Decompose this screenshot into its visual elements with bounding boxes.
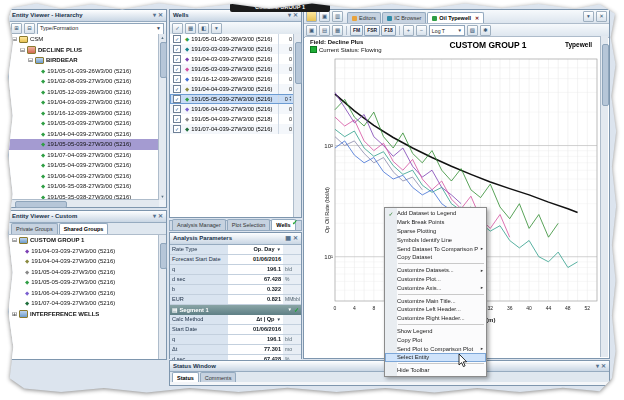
toolbar-button-fm[interactable]: FM bbox=[350, 25, 363, 36]
tree-group-birdbear[interactable]: ⊟BIRDBEAR bbox=[9, 55, 159, 66]
close-icon[interactable]: ✕ bbox=[158, 211, 163, 222]
well-value[interactable]: 0 bbox=[278, 124, 294, 134]
tree-well-item[interactable]: ◆191/06-35-038-27W3/00 (5216) bbox=[9, 181, 159, 192]
menu-item-mark-break-points[interactable]: Mark Break Points bbox=[385, 218, 486, 227]
expander-icon[interactable]: ⊟ bbox=[27, 55, 34, 66]
scrollbar-thumb[interactable] bbox=[160, 243, 167, 269]
parameter-value[interactable]: Op. Day▼ bbox=[228, 245, 283, 254]
well-value[interactable]: 0 bbox=[278, 54, 294, 64]
parameter-value[interactable]: 0.821 bbox=[228, 295, 283, 304]
menu-item-customize-plot[interactable]: Customize Plot... bbox=[385, 275, 486, 284]
spinner-icon[interactable]: ▲▼ bbox=[289, 96, 292, 102]
parameter-value[interactable]: 0.322 bbox=[228, 285, 283, 294]
close-icon[interactable]: ✕ bbox=[601, 361, 606, 371]
parameter-value[interactable]: 196.1 bbox=[228, 265, 283, 274]
close-icon[interactable]: ✕ bbox=[475, 13, 479, 23]
tree-well-item[interactable]: ◆191/04-04-039-27W3/00 (5216) bbox=[9, 256, 159, 267]
tree-well-item[interactable]: ◆191/05-12-039-26W3/00 (5216) bbox=[9, 87, 159, 98]
wells-row[interactable]: ✓◆191/05-03-039-27W3/00 (5216)0 bbox=[170, 64, 294, 74]
scrollbar-thumb[interactable] bbox=[295, 42, 302, 84]
scrollbar-thumb[interactable] bbox=[15, 201, 67, 208]
axis-scale-select[interactable]: Log T ▼ bbox=[429, 25, 465, 36]
tree-well-item[interactable]: ◆191/04-03-039-27W3/00 (5216) bbox=[9, 246, 159, 257]
filter-icon[interactable]: ◧ bbox=[198, 23, 209, 34]
close-icon[interactable]: ✕ bbox=[596, 11, 607, 22]
tree-well-item[interactable]: ◆191/02-08-039-27W3/00 (5216) bbox=[9, 76, 159, 87]
parameter-value[interactable]: 01/06/2016 bbox=[228, 325, 283, 334]
wells-row[interactable]: ✓◆191/05-04-039-27W3/00 (5218)0 bbox=[170, 114, 294, 124]
checkbox-icon[interactable]: ✓ bbox=[173, 95, 181, 103]
menu-item-send-plot-to-comparison-plot[interactable]: Send Plot to Comparison Plot► bbox=[385, 344, 486, 353]
close-icon[interactable]: ✕ bbox=[293, 233, 298, 244]
close-icon[interactable]: ✕ bbox=[158, 10, 163, 21]
expander-icon[interactable]: ⊟ bbox=[19, 45, 26, 56]
print-icon[interactable]: ▦ bbox=[332, 25, 343, 36]
well-value[interactable]: 0 bbox=[278, 84, 294, 94]
hierarchy-horizontal-scrollbar[interactable] bbox=[9, 199, 159, 207]
menu-item-copy-dataset[interactable]: Copy Dataset bbox=[385, 253, 486, 262]
grid-view-icon[interactable]: ▦ bbox=[185, 23, 196, 34]
menu-item-copy-plot[interactable]: Copy Plot bbox=[385, 335, 486, 344]
expander-icon[interactable]: ⊞ bbox=[11, 309, 18, 320]
wells-vertical-scrollbar[interactable] bbox=[293, 34, 301, 217]
expander-icon[interactable]: ⊟ bbox=[11, 235, 18, 246]
menu-item-customize-right-header[interactable]: Customize Right Header... bbox=[385, 314, 486, 323]
tree-well-item[interactable]: ◆191/07-04-039-27W3/00 (5216) bbox=[9, 298, 159, 309]
plot-tab-editors[interactable]: Editors bbox=[347, 12, 381, 23]
tree-well-item[interactable]: ◆191/05-05-039-27W3/00 (5216) bbox=[9, 277, 159, 288]
well-value[interactable]: 0 bbox=[278, 64, 294, 74]
wells-row[interactable]: ✓◆191/04-03-039-27W3/00 (5216)0 bbox=[170, 54, 294, 64]
dock-tab-analysis-manager[interactable]: Analysis Manager bbox=[172, 219, 226, 230]
tree-well-item[interactable]: ◆191/04-03-039-27W3/00 (5216) bbox=[9, 97, 159, 108]
pin-icon[interactable]: ▾ bbox=[153, 10, 156, 21]
wells-row[interactable]: ✓◆191/07-04-039-27W3/00 (5216)0 bbox=[170, 124, 294, 134]
scroll-down-icon[interactable]: ▼ bbox=[159, 193, 166, 200]
well-value[interactable]: 0 bbox=[278, 34, 294, 44]
checkbox-icon[interactable]: ✓ bbox=[173, 105, 181, 113]
dock-tab-plot-selection[interactable]: Plot Selection bbox=[227, 219, 271, 230]
tree-well-item[interactable]: ◆191/07-04-039-27W3/00 (5216) bbox=[9, 150, 159, 161]
tree-well-item[interactable]: ◆191/05-04-039-27W3/00 (5216) bbox=[9, 267, 159, 278]
tree-well-item[interactable]: ◆191/16-12-039-26W3/00 (5216) bbox=[9, 108, 159, 119]
parameter-value[interactable]: Δt | Qp▼ bbox=[228, 315, 283, 324]
pin-icon[interactable]: ▾ bbox=[583, 11, 594, 22]
well-value[interactable]: 0 bbox=[278, 74, 294, 84]
well-value[interactable]: 0 bbox=[278, 44, 294, 54]
tree-well-item[interactable]: ◆191/06-04-039-27W3/00 (5216) bbox=[9, 288, 159, 299]
checkbox-icon[interactable]: ✓ bbox=[173, 55, 181, 63]
expand-all-icon[interactable]: ⊞ bbox=[11, 23, 22, 34]
collapse-all-icon[interactable]: ⊟ bbox=[24, 23, 35, 34]
tree-group-decline-plus[interactable]: ⊟DECLINE PLUS bbox=[9, 45, 159, 56]
custom-vertical-scrollbar[interactable] bbox=[158, 235, 166, 359]
table-icon[interactable]: ▦ bbox=[285, 233, 291, 244]
menu-item-add-dataset-to-legend[interactable]: ✓Add Dataset to Legend bbox=[385, 209, 486, 218]
copy-icon[interactable]: ▤ bbox=[319, 25, 330, 36]
hierarchy-vertical-scrollbar[interactable]: ▲ ▼ bbox=[158, 34, 166, 200]
toolbar-button-f18[interactable]: F18 bbox=[381, 25, 396, 36]
chevron-down-icon[interactable]: ▼ bbox=[288, 305, 292, 315]
plot-tab-ic-browser[interactable]: IC Browser bbox=[382, 12, 426, 23]
chart-icon[interactable]: ▥ bbox=[332, 11, 343, 22]
parameter-value[interactable]: 77.301 bbox=[228, 345, 283, 354]
wells-row[interactable]: ✓◆191/16-12-039-26W3/00 (5216)0 bbox=[170, 74, 294, 84]
scrollbar-thumb[interactable] bbox=[602, 44, 609, 106]
parameter-value[interactable]: 196.1 bbox=[228, 335, 283, 344]
expander-icon[interactable]: ⊟ bbox=[11, 34, 18, 45]
scroll-up-icon[interactable]: ▲ bbox=[159, 34, 166, 41]
menu-item-sparse-plotting[interactable]: Sparse Plotting bbox=[385, 227, 486, 236]
custom-tab-private-groups[interactable]: Private Groups bbox=[11, 223, 58, 234]
plot-vertical-scrollbar[interactable] bbox=[600, 36, 608, 357]
sort-icon[interactable]: ▾ bbox=[211, 23, 222, 34]
menu-item-show-legend[interactable]: Show Legend bbox=[385, 327, 486, 336]
tree-well-item[interactable]: ◆191/05-01-039-26W3/00 (5216) bbox=[9, 66, 159, 77]
toolbar-button-fsr[interactable]: FSR bbox=[364, 25, 380, 36]
tree-well-item[interactable]: ◆191/05-04-039-27W3/00 (5216) bbox=[9, 160, 159, 171]
checkbox-icon[interactable]: ✓ bbox=[173, 35, 181, 43]
tree-group-custom-group-1[interactable]: ⊟CUSTOM GROUP 1 bbox=[9, 235, 159, 246]
settings-gear-icon[interactable]: ✱ bbox=[480, 25, 491, 36]
wells-row[interactable]: ✓◆191/06-04-039-27W3/00 (5216)0 bbox=[170, 104, 294, 114]
well-value[interactable]: 0▲▼ bbox=[278, 94, 294, 104]
tree-well-item[interactable]: ◆191/05-05-039-27W3/00 (5216) bbox=[9, 139, 159, 150]
folder-icon[interactable] bbox=[306, 11, 317, 22]
window-tab[interactable]: CUSTOM GROUP 1 bbox=[230, 2, 330, 12]
